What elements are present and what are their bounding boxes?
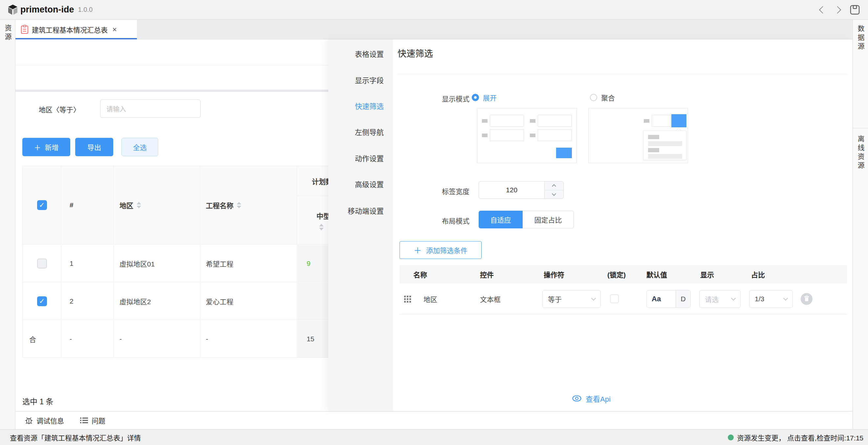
delete-condition-icon[interactable] <box>801 293 812 305</box>
radio-off-icon <box>590 94 597 101</box>
display-mode-label: 显示模式 <box>391 94 469 103</box>
radio-aggregate[interactable]: 聚合 <box>590 93 615 102</box>
right-rail-offline-tab[interactable]: 离线资源 <box>853 130 868 171</box>
debug-info-tab[interactable]: 调试信息 <box>25 415 64 425</box>
nav-forward-icon[interactable] <box>835 7 840 12</box>
layout-mode-label: 布局模式 <box>391 216 469 225</box>
add-button[interactable]: ＋ 新增 <box>22 138 70 156</box>
tab-close-icon[interactable]: × <box>112 26 117 33</box>
menu-item-display-fields[interactable]: 显示字段 <box>328 72 393 87</box>
status-message: 查看资源「建筑工程基本情况汇总表」详情 <box>10 433 141 442</box>
preview-aggregate-mode[interactable] <box>588 108 688 163</box>
table-cell-region: 虚拟地区01 <box>114 245 200 282</box>
drag-handle-icon[interactable] <box>404 284 411 314</box>
quick-filter-input[interactable]: 请输入 <box>100 99 200 118</box>
plus-icon: ＋ <box>414 244 422 256</box>
panel-divider <box>398 74 847 74</box>
row-checkbox[interactable]: ✓ <box>37 296 47 306</box>
label-width-input[interactable]: 120 <box>479 181 564 199</box>
right-rail-datasource-tab[interactable]: 数据源 <box>853 20 868 52</box>
spinner-down-icon[interactable] <box>545 190 563 199</box>
sort-icon[interactable] <box>319 224 324 230</box>
condition-row: 地区 文本框 等于 Aa D 请选 1/3 <box>400 284 847 314</box>
issues-tab[interactable]: 问题 <box>80 415 105 425</box>
quick-filter-field-label: 地区〈等于〉 <box>39 104 80 114</box>
chevron-down-icon <box>783 296 788 300</box>
row-checkbox[interactable] <box>37 259 47 268</box>
table-cell-region: 虚拟地区2 <box>114 283 200 320</box>
document-icon <box>21 25 29 34</box>
trash-icon <box>804 296 809 301</box>
table-footer-cell: - <box>200 320 297 358</box>
app-version: 1.0.0 <box>78 6 93 13</box>
app-logo-icon <box>6 4 19 16</box>
select-all-button[interactable]: 全选 <box>121 138 158 156</box>
app-title: primeton-ide <box>20 5 74 15</box>
preview-expand-mode[interactable] <box>477 108 577 163</box>
menu-item-advanced[interactable]: 高级设置 <box>328 176 393 191</box>
table-footer-cell: - <box>62 320 114 358</box>
table-header-index: # <box>62 166 114 245</box>
display-select[interactable]: 请选 <box>699 290 741 308</box>
resource-change-notice[interactable]: 资源发生变更， 点击查看,检查时间:17:15 <box>728 433 863 442</box>
label-width-value: 120 <box>479 182 544 198</box>
menu-item-action-settings[interactable]: 动作设置 <box>328 150 393 165</box>
label-width-label: 标签宽度 <box>391 186 469 196</box>
sort-icon[interactable] <box>237 202 241 209</box>
chevron-down-icon <box>591 296 596 300</box>
table-cell-index: 2 <box>62 283 114 320</box>
eye-icon <box>572 395 582 402</box>
conditions-table-header: 名称 控件 操作符 (锁定) 默认值 显示 占比 <box>400 265 847 284</box>
tab-bar: 建筑工程基本情况汇总表 × <box>16 20 852 39</box>
number-spinner <box>544 182 563 198</box>
sort-icon[interactable] <box>136 202 141 209</box>
bug-icon <box>25 416 33 425</box>
segment-adaptive[interactable]: 自适应 <box>479 211 523 228</box>
settings-drawer: 表格设置 显示字段 快速筛选 左侧导航 动作设置 高级设置 移动端设置 快速筛选… <box>328 39 852 411</box>
table-cell-index: 1 <box>62 245 114 282</box>
menu-item-left-nav[interactable]: 左侧导航 <box>328 124 393 139</box>
menu-item-table-settings[interactable]: 表格设置 <box>328 46 393 61</box>
drawer-menu: 表格设置 显示字段 快速筛选 左侧导航 动作设置 高级设置 移动端设置 <box>328 39 393 411</box>
save-icon[interactable] <box>849 5 860 15</box>
tab-title: 建筑工程基本情况汇总表 <box>32 25 108 34</box>
radio-expand[interactable]: 展开 <box>472 93 497 102</box>
tab-summary-table[interactable]: 建筑工程基本情况汇总表 × <box>16 20 137 39</box>
segment-fixed-ratio[interactable]: 固定占比 <box>523 211 574 228</box>
table-header-region[interactable]: 地区 <box>114 166 200 245</box>
nav-back-icon[interactable] <box>820 7 825 12</box>
chevron-down-icon <box>731 296 736 300</box>
list-icon <box>80 417 88 424</box>
operator-select[interactable]: 等于 <box>542 290 601 308</box>
export-button[interactable]: 导出 <box>75 138 113 156</box>
status-dot-icon <box>728 435 734 440</box>
drawer-panel: 快速筛选 显示模式 展开 聚合 <box>393 39 852 411</box>
default-value-addon-button[interactable]: D <box>676 290 690 308</box>
view-api-link[interactable]: 查看Api <box>572 393 611 404</box>
plus-icon: ＋ <box>34 142 41 152</box>
condition-name: 地区 <box>424 284 437 314</box>
selected-count-note: 选中 1 条 <box>22 395 54 407</box>
condition-control: 文本框 <box>480 284 501 314</box>
menu-item-quick-filter[interactable]: 快速筛选 <box>328 98 393 113</box>
select-all-checkbox[interactable]: ✓ <box>37 200 47 210</box>
app-window: primeton-ide 1.0.0 资源 数据源 离线资源 建筑工程基本情况汇… <box>0 0 868 445</box>
table-header-project[interactable]: 工程名称 <box>200 166 297 245</box>
default-value-input[interactable]: Aa D <box>646 290 691 308</box>
spinner-up-icon[interactable] <box>545 182 563 190</box>
status-bar: 查看资源「建筑工程基本情况汇总表」详情 资源发生变更， 点击查看,检查时间:17… <box>0 429 868 445</box>
quick-filter-placeholder: 请输入 <box>106 104 126 114</box>
check-icon: ✓ <box>39 297 45 305</box>
debug-bar: 调试信息 问题 <box>16 411 852 429</box>
menu-item-mobile[interactable]: 移动端设置 <box>328 203 393 218</box>
left-rail-resources-tab[interactable]: 资源 <box>3 24 12 42</box>
table-footer-label: 合 <box>23 320 61 358</box>
add-filter-condition-button[interactable]: ＋ 添加筛选条件 <box>400 241 482 259</box>
table-cell-project: 爱心工程 <box>200 283 297 320</box>
table-header-select: ✓ <box>23 166 61 245</box>
right-rail: 数据源 离线资源 <box>852 20 868 430</box>
lock-checkbox[interactable] <box>610 294 619 303</box>
ratio-select[interactable]: 1/3 <box>749 290 793 308</box>
main-content: 地区〈等于〉 请输入 ＋ 新增 导出 全选 ✓ # 地区 工程名称 计划数 中型 <box>16 39 852 411</box>
panel-title: 快速筛选 <box>398 46 433 59</box>
